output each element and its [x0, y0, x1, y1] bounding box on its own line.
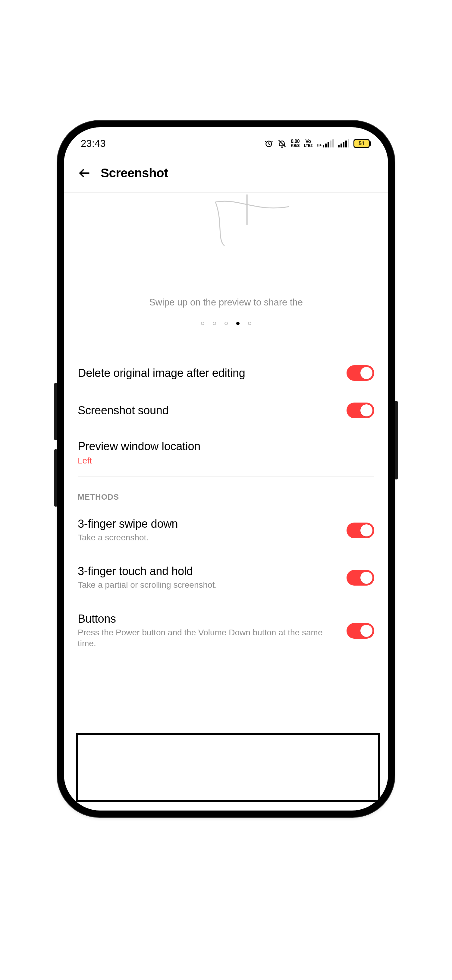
- volte-indicator: Vo LTE2: [304, 139, 312, 148]
- back-icon[interactable]: [78, 167, 91, 180]
- setting-value: Left: [78, 456, 367, 466]
- method-3finger-hold[interactable]: 3-finger touch and hold Take a partial o…: [78, 554, 374, 601]
- power-key: [395, 401, 398, 479]
- clock: 23:43: [81, 138, 106, 149]
- net-speed-indicator: 0.00 KB/S: [291, 139, 300, 148]
- page-title: Screenshot: [101, 166, 168, 180]
- settings-list: Delete original image after editing Scre…: [78, 354, 374, 477]
- toggle-buttons[interactable]: [347, 623, 374, 639]
- method-sub: Take a screenshot.: [78, 532, 339, 543]
- preview-caption: Swipe up on the preview to share the: [64, 297, 388, 308]
- preview-carousel[interactable]: Swipe up on the preview to share the: [64, 192, 388, 344]
- toggle-3finger-hold[interactable]: [347, 570, 374, 585]
- silent-icon: [278, 139, 287, 148]
- setting-delete-original[interactable]: Delete original image after editing: [78, 354, 374, 392]
- method-label: 3-finger touch and hold: [78, 565, 339, 578]
- toggle-screenshot-sound[interactable]: [347, 402, 374, 418]
- annotation-highlight: [76, 733, 380, 802]
- setting-label: Screenshot sound: [78, 404, 339, 417]
- method-3finger-swipe[interactable]: 3-finger swipe down Take a screenshot.: [78, 507, 374, 554]
- volume-up-key: [54, 383, 57, 440]
- setting-screenshot-sound[interactable]: Screenshot sound: [78, 392, 374, 429]
- toggle-delete-original[interactable]: [347, 365, 374, 381]
- carousel-dots[interactable]: [64, 322, 388, 325]
- battery-indicator: 51: [354, 139, 371, 148]
- signal-1-icon: [323, 140, 334, 148]
- section-header-methods: METHODS: [78, 492, 374, 502]
- network-type-1: H+: [317, 143, 322, 148]
- setting-label: Delete original image after editing: [78, 367, 339, 380]
- app-bar: Screenshot: [64, 153, 388, 192]
- signal-2-icon: [338, 140, 349, 148]
- toggle-3finger-swipe[interactable]: [347, 523, 374, 538]
- method-sub: Press the Power button and the Volume Do…: [78, 627, 339, 649]
- method-label: Buttons: [78, 612, 339, 625]
- methods-list: 3-finger swipe down Take a screenshot. 3…: [78, 507, 374, 662]
- preview-illustration: [64, 194, 388, 246]
- setting-label: Preview window location: [78, 440, 367, 453]
- method-buttons[interactable]: Buttons Press the Power button and the V…: [78, 601, 374, 662]
- setting-preview-location[interactable]: Preview window location Left: [78, 429, 374, 476]
- method-label: 3-finger swipe down: [78, 517, 339, 530]
- phone-frame: 23:43 0.00: [57, 121, 395, 817]
- screen: 23:43 0.00: [64, 127, 388, 811]
- alarm-icon: [264, 139, 273, 148]
- status-bar: 23:43 0.00: [64, 127, 388, 153]
- method-sub: Take a partial or scrolling screenshot.: [78, 579, 339, 590]
- volume-down-key: [54, 449, 57, 507]
